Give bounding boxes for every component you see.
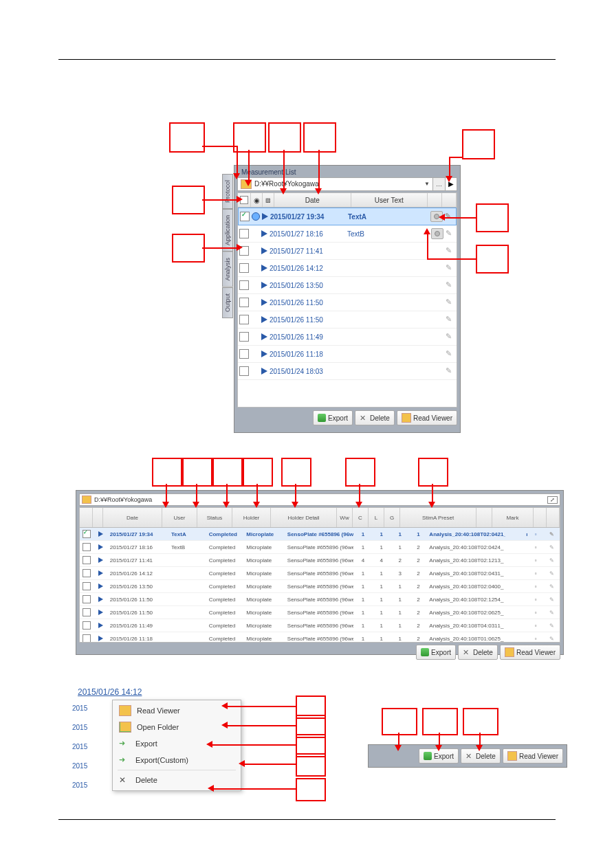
measurement-row[interactable]: 2015/01/26 11:18	[238, 346, 457, 363]
camera-icon[interactable]: ▫	[528, 557, 544, 564]
delete-button[interactable]: ✕Delete	[458, 645, 498, 660]
wide-row[interactable]: 2015/01/27 19:34TextACompletedMicroplate…	[80, 528, 560, 541]
edit-icon[interactable]: ✎	[544, 623, 560, 629]
tab-application[interactable]: Application	[222, 209, 233, 252]
browse-button[interactable]: …	[432, 177, 446, 191]
row-checkbox[interactable]	[239, 280, 249, 290]
edit-icon[interactable]	[446, 315, 455, 324]
read-viewer-button[interactable]: Read Viewer	[503, 748, 563, 764]
wide-header-cell[interactable]	[80, 508, 93, 527]
camera-icon[interactable]: ▫	[528, 623, 544, 629]
row-checkbox[interactable]	[83, 569, 91, 577]
edit-icon[interactable]	[445, 212, 454, 221]
row-checkbox[interactable]	[240, 212, 250, 221]
row-checkbox[interactable]	[83, 543, 91, 551]
usertext-col[interactable]: User Text	[351, 193, 428, 207]
row-checkbox[interactable]	[83, 582, 91, 590]
edit-icon[interactable]	[446, 298, 455, 307]
row-checkbox[interactable]	[239, 229, 249, 238]
export-button[interactable]: Export	[416, 645, 456, 660]
edit-icon[interactable]: ✎	[544, 610, 560, 616]
wide-header-cell[interactable]	[93, 508, 103, 527]
wide-row[interactable]: 2015/01/26 14:12CompletedMicroplateSenso…	[80, 567, 560, 580]
edit-icon[interactable]: ✎	[544, 597, 560, 603]
ctx-export[interactable]: Export	[115, 735, 239, 752]
wide-row[interactable]: 2015/01/27 11:41CompletedMicroplateSenso…	[80, 554, 560, 567]
camera-icon[interactable]: ▫	[528, 610, 544, 616]
wide-row[interactable]: 2015/01/26 11:18CompletedMicroplateSenso…	[80, 632, 560, 643]
wide-row[interactable]: 2015/01/27 18:16TextBCompletedMicroplate…	[80, 541, 560, 554]
edit-icon[interactable]	[446, 246, 455, 256]
row-checkbox[interactable]	[239, 332, 249, 342]
edit-icon[interactable]: ✎	[544, 531, 560, 537]
measurement-row[interactable]: 2015/01/26 13:50	[238, 277, 457, 294]
wide-header-cell[interactable]: L	[369, 508, 384, 527]
row-checkbox[interactable]	[83, 608, 91, 616]
wide-header-cell[interactable]: C	[353, 508, 369, 527]
camera-icon[interactable]: ▫	[528, 544, 544, 550]
measurement-row[interactable]: 2015/01/26 11:50	[238, 311, 457, 329]
wide-row[interactable]: 2015/01/26 11:49CompletedMicroplateSenso…	[80, 619, 560, 632]
camera-icon[interactable]: ▫	[528, 583, 544, 590]
collapse-icon[interactable]: ⤢	[547, 496, 558, 504]
tab-protocol[interactable]: Protocol	[222, 174, 233, 209]
measurement-row[interactable]: 2015/01/24 18:03	[238, 363, 457, 380]
row-checkbox[interactable]	[239, 263, 249, 273]
tab-output[interactable]: Output	[222, 287, 233, 318]
wide-row[interactable]: 2015/01/26 13:50CompletedMicroplateSenso…	[80, 580, 560, 593]
read-viewer-button[interactable]: Read Viewer	[397, 410, 457, 425]
row-checkbox[interactable]	[239, 349, 249, 359]
edit-icon[interactable]	[446, 366, 455, 376]
camera-icon[interactable]: ▫	[528, 570, 544, 577]
wide-row[interactable]: 2015/01/26 11:50CompletedMicroplateSenso…	[80, 606, 560, 619]
wide-header-cell[interactable]: Status	[197, 508, 232, 527]
row-checkbox[interactable]	[83, 556, 91, 564]
ctx-export-custom[interactable]: Export(Custom)	[115, 752, 239, 768]
measurement-row[interactable]: 2015/01/26 14:12	[238, 260, 457, 277]
camera-icon[interactable]: ▫	[528, 531, 544, 537]
measurement-row[interactable]: 2015/01/26 11:49	[238, 329, 457, 346]
wide-header-cell[interactable]: Holder Detail	[271, 508, 337, 527]
row-checkbox[interactable]	[239, 298, 249, 307]
ctx-delete[interactable]: Delete	[115, 772, 239, 788]
tab-analysis[interactable]: Analysis	[222, 252, 233, 287]
edit-icon[interactable]	[446, 332, 455, 342]
wide-header-cell[interactable]: Date	[103, 508, 162, 527]
wide-row[interactable]: 2015/01/26 11:50CompletedMicroplateSenso…	[80, 593, 560, 606]
row-checkbox[interactable]	[83, 634, 91, 643]
row-checkbox[interactable]	[83, 621, 91, 630]
row-checkbox[interactable]	[239, 315, 249, 324]
edit-icon[interactable]: ✎	[544, 636, 560, 642]
edit-icon[interactable]	[446, 349, 455, 359]
camera-icon[interactable]: ▫	[528, 636, 544, 642]
row-checkbox[interactable]	[83, 595, 91, 603]
delete-button[interactable]: ✕Delete	[355, 410, 395, 425]
path-dropdown-icon[interactable]: ▼	[424, 178, 430, 190]
read-viewer-button[interactable]: Read Viewer	[500, 645, 560, 660]
wide-header-cell[interactable]: Mark	[492, 508, 534, 527]
edit-icon[interactable]	[446, 263, 455, 273]
ctx-open-folder[interactable]: Open Folder	[115, 719, 239, 735]
wide-header-cell[interactable]: User	[162, 508, 197, 527]
wide-header-cell[interactable]: G	[384, 508, 400, 527]
wide-header-cell[interactable]: Ww	[337, 508, 353, 527]
camera-icon[interactable]	[431, 228, 443, 239]
wide-header-cell[interactable]	[547, 508, 560, 527]
wide-header-cell[interactable]	[534, 508, 547, 527]
ctx-read-viewer[interactable]: Read Viewer	[115, 702, 239, 719]
camera-icon[interactable]: ▫	[528, 597, 544, 603]
wide-header-cell[interactable]: Holder	[232, 508, 271, 527]
date-col[interactable]: Date	[274, 193, 351, 207]
measurement-row[interactable]: 2015/01/27 19:34TextA	[238, 208, 457, 225]
row-checkbox[interactable]	[83, 530, 91, 538]
wide-header-cell[interactable]: StimA Preset	[400, 508, 476, 527]
export-button[interactable]: Export	[313, 410, 353, 425]
edit-icon[interactable]: ✎	[544, 583, 560, 590]
edit-icon[interactable]: ✎	[544, 570, 560, 577]
edit-icon[interactable]	[446, 280, 455, 290]
row-checkbox[interactable]	[239, 366, 249, 376]
measurement-row[interactable]: 2015/01/27 11:41	[238, 243, 457, 260]
edit-icon[interactable]	[446, 229, 455, 238]
edit-icon[interactable]: ✎	[544, 544, 560, 550]
measurement-row[interactable]: 2015/01/26 11:50	[238, 294, 457, 311]
